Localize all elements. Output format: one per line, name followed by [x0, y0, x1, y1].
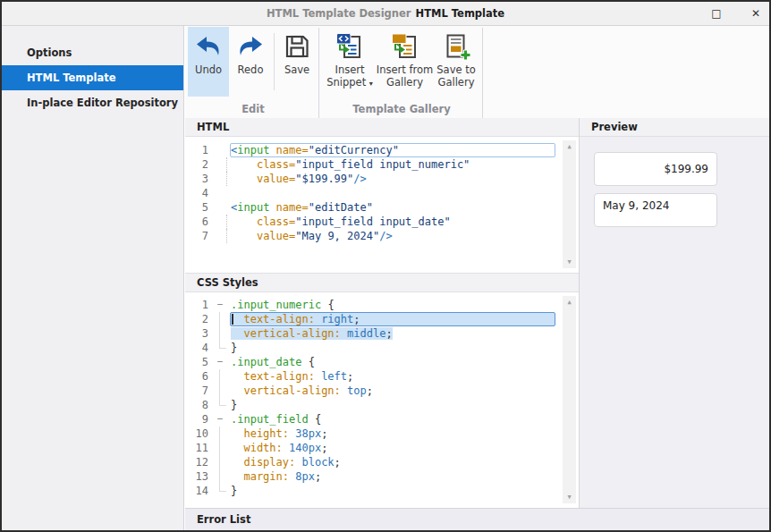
- code-line[interactable]: 1−.input_numeric {: [185, 298, 579, 312]
- fold-guide: [210, 186, 230, 200]
- code-text: text-align: left;: [230, 369, 555, 384]
- line-number: 7: [185, 229, 210, 243]
- css-code-editor[interactable]: 1−.input_numeric {2 text-align: right;3 …: [185, 292, 579, 508]
- code-text: <input name="editDate": [230, 200, 555, 215]
- app-window: HTML Template Designer HTML Template □ ✕…: [0, 0, 771, 532]
- line-number: 8: [185, 398, 210, 412]
- code-text: .input_numeric {: [230, 298, 555, 312]
- save-to-gallery-button[interactable]: Save to Gallery: [431, 27, 481, 97]
- code-text: text-align: right;: [230, 312, 555, 326]
- scroll-down-icon[interactable]: ▼: [563, 257, 576, 267]
- fold-collapse-icon[interactable]: −: [210, 298, 230, 312]
- ribbon-group-edit: Edit: [188, 101, 318, 117]
- error-list-header: Error List: [185, 508, 769, 530]
- code-line[interactable]: 12 display: block;: [185, 455, 579, 469]
- code-text: vertical-align: middle;: [230, 326, 555, 341]
- sidebar-item-options[interactable]: Options: [2, 40, 183, 65]
- insert-from-gallery-button[interactable]: Insert from Gallery: [379, 27, 430, 97]
- preview-date-input[interactable]: May 9, 2024: [594, 193, 717, 227]
- error-list-title: Error List: [197, 513, 250, 526]
- code-line[interactable]: 4}: [185, 341, 579, 355]
- line-number: 3: [185, 326, 210, 341]
- preview-panel-header: Preview: [580, 118, 769, 137]
- fold-guide: [210, 215, 230, 229]
- code-line[interactable]: 2 text-align: right;: [185, 312, 579, 326]
- code-line[interactable]: 7 vertical-align: top;: [185, 384, 579, 398]
- code-line[interactable]: 3 vertical-align: middle;: [185, 326, 579, 341]
- html-panel-header: HTML: [185, 118, 579, 137]
- undo-icon: [194, 32, 223, 61]
- preview-panel-title: Preview: [591, 121, 638, 133]
- fold-guide: [210, 455, 230, 469]
- code-line[interactable]: 1<input name="editCurrency": [185, 143, 579, 157]
- css-panel-header: CSS Styles: [185, 273, 579, 292]
- html-editor-scrollbar[interactable]: ▲ ▼: [563, 140, 576, 268]
- line-number: 4: [185, 341, 210, 355]
- fold-guide: [210, 157, 230, 172]
- fold-collapse-icon[interactable]: −: [210, 355, 230, 369]
- save-to-gallery-icon: [442, 32, 470, 61]
- html-panel-title: HTML: [197, 121, 229, 133]
- fold-guide: [210, 172, 230, 186]
- code-text: }: [230, 398, 555, 412]
- line-number: 6: [185, 369, 210, 384]
- app-title: HTML Template Designer: [267, 7, 411, 20]
- sidebar-item-html-template[interactable]: HTML Template: [2, 65, 183, 90]
- code-line[interactable]: 4: [185, 186, 579, 200]
- maximize-icon[interactable]: □: [708, 7, 724, 20]
- html-code-editor[interactable]: 1<input name="editCurrency"2 class="inpu…: [185, 137, 579, 273]
- scroll-down-icon[interactable]: ▼: [563, 492, 576, 502]
- line-number: 7: [185, 384, 210, 398]
- insert-from-gallery-icon: [391, 32, 419, 61]
- line-number: 5: [185, 355, 210, 369]
- fold-guide: [210, 426, 230, 441]
- code-text: margin: 8px;: [230, 469, 555, 484]
- code-line[interactable]: 3 value="$199.99"/>: [185, 172, 579, 186]
- code-line[interactable]: 13 margin: 8px;: [185, 469, 579, 484]
- fold-guide: [210, 229, 230, 243]
- code-line[interactable]: 11 width: 140px;: [185, 441, 579, 455]
- code-text: }: [230, 484, 555, 498]
- code-line[interactable]: 6 class="input_field input_date": [185, 215, 579, 229]
- code-line[interactable]: 2 class="input_field input_numeric": [185, 157, 579, 172]
- code-line[interactable]: 9−.input_field {: [185, 412, 579, 426]
- save-button[interactable]: Save: [275, 27, 318, 97]
- line-number: 4: [185, 186, 210, 200]
- insert-snippet-button[interactable]: Insert Snippet ▾: [321, 27, 378, 97]
- css-editor-scrollbar[interactable]: ▲ ▼: [563, 296, 576, 503]
- text-cursor: [232, 314, 233, 325]
- titlebar: HTML Template Designer HTML Template □ ✕: [2, 2, 769, 26]
- close-icon[interactable]: ✕: [748, 7, 764, 20]
- line-number: 6: [185, 215, 210, 229]
- undo-button[interactable]: Undo: [188, 27, 229, 97]
- sidebar: Options HTML Template In-place Editor Re…: [2, 26, 184, 530]
- fold-guide: [210, 469, 230, 484]
- fold-guide: [210, 143, 230, 157]
- fold-guide: [210, 441, 230, 455]
- redo-icon: [236, 32, 265, 61]
- line-number: 5: [185, 200, 210, 215]
- sidebar-item-inplace-editor-repository[interactable]: In-place Editor Repository: [2, 90, 183, 115]
- line-number: 2: [185, 312, 210, 326]
- code-text: class="input_field input_numeric": [230, 157, 555, 172]
- code-line[interactable]: 8}: [185, 398, 579, 412]
- code-line[interactable]: 5<input name="editDate": [185, 200, 579, 215]
- code-line[interactable]: 6 text-align: left;: [185, 369, 579, 384]
- code-line[interactable]: 10 height: 38px;: [185, 426, 579, 441]
- redo-button[interactable]: Redo: [229, 27, 272, 97]
- fold-guide: [210, 341, 230, 355]
- code-line[interactable]: 7 value="May 9, 2024"/>: [185, 229, 579, 243]
- line-number: 1: [185, 143, 210, 157]
- dropdown-caret-icon: ▾: [369, 80, 373, 88]
- preview-currency-input[interactable]: $199.99: [594, 152, 717, 186]
- fold-guide: [210, 369, 230, 384]
- code-line[interactable]: 5−.input_date {: [185, 355, 579, 369]
- fold-collapse-icon[interactable]: −: [210, 412, 230, 426]
- code-line[interactable]: 14}: [185, 484, 579, 498]
- line-number: 3: [185, 172, 210, 186]
- scroll-up-icon[interactable]: ▲: [563, 141, 576, 152]
- fold-guide: [210, 326, 230, 341]
- line-number: 11: [185, 441, 210, 455]
- scroll-up-icon[interactable]: ▲: [563, 297, 576, 308]
- fold-guide: [210, 384, 230, 398]
